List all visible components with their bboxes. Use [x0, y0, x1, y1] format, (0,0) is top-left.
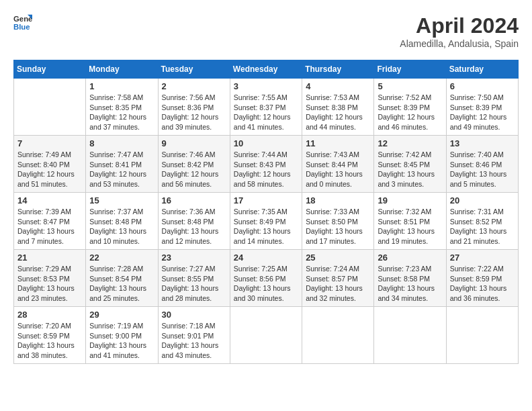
day-info: Sunrise: 7:49 AM Sunset: 8:40 PM Dayligh… [17, 150, 82, 189]
calendar-week-row: 1Sunrise: 7:58 AM Sunset: 8:35 PM Daylig… [14, 79, 519, 136]
day-number: 29 [89, 310, 154, 320]
calendar-cell [446, 307, 518, 364]
day-number: 24 [234, 253, 298, 263]
day-info: Sunrise: 7:39 AM Sunset: 8:47 PM Dayligh… [17, 207, 82, 246]
logo-icon: General Blue [13, 13, 32, 32]
svg-text:Blue: Blue [13, 23, 30, 31]
day-number: 3 [234, 81, 298, 91]
day-info: Sunrise: 7:29 AM Sunset: 8:53 PM Dayligh… [17, 264, 82, 304]
day-info: Sunrise: 7:28 AM Sunset: 8:54 PM Dayligh… [89, 264, 154, 304]
day-info: Sunrise: 7:44 AM Sunset: 8:43 PM Dayligh… [234, 150, 298, 189]
day-number: 27 [450, 253, 515, 263]
day-number: 22 [89, 253, 154, 263]
day-number: 18 [306, 195, 370, 205]
day-number: 17 [234, 195, 298, 205]
day-info: Sunrise: 7:32 AM Sunset: 8:51 PM Dayligh… [378, 207, 442, 246]
day-number: 9 [162, 138, 226, 148]
calendar-cell: 29Sunrise: 7:19 AM Sunset: 9:00 PM Dayli… [86, 307, 158, 364]
calendar-cell: 2Sunrise: 7:56 AM Sunset: 8:36 PM Daylig… [158, 79, 230, 136]
calendar-cell: 26Sunrise: 7:23 AM Sunset: 8:58 PM Dayli… [374, 250, 446, 307]
calendar-cell: 23Sunrise: 7:27 AM Sunset: 8:55 PM Dayli… [158, 250, 230, 307]
month-title: April 2024 [400, 13, 519, 38]
calendar-cell [374, 307, 446, 364]
calendar-week-row: 14Sunrise: 7:39 AM Sunset: 8:47 PM Dayli… [14, 193, 519, 250]
calendar-cell: 7Sunrise: 7:49 AM Sunset: 8:40 PM Daylig… [14, 136, 86, 193]
day-number: 16 [162, 195, 226, 205]
day-of-week-header: Friday [374, 60, 446, 79]
day-number: 2 [162, 81, 226, 91]
day-number: 28 [17, 310, 82, 320]
day-number: 8 [89, 138, 154, 148]
calendar-cell: 22Sunrise: 7:28 AM Sunset: 8:54 PM Dayli… [86, 250, 158, 307]
calendar-cell [302, 307, 374, 364]
calendar-cell: 8Sunrise: 7:47 AM Sunset: 8:41 PM Daylig… [86, 136, 158, 193]
calendar-week-row: 28Sunrise: 7:20 AM Sunset: 8:59 PM Dayli… [14, 307, 519, 364]
day-info: Sunrise: 7:24 AM Sunset: 8:57 PM Dayligh… [306, 264, 370, 304]
calendar-cell: 17Sunrise: 7:35 AM Sunset: 8:49 PM Dayli… [230, 193, 302, 250]
day-of-week-header: Wednesday [230, 60, 302, 79]
day-info: Sunrise: 7:53 AM Sunset: 8:38 PM Dayligh… [306, 93, 370, 132]
day-of-week-header: Saturday [446, 60, 518, 79]
calendar-cell: 12Sunrise: 7:42 AM Sunset: 8:45 PM Dayli… [374, 136, 446, 193]
day-number: 19 [378, 195, 442, 205]
day-number: 7 [17, 138, 82, 148]
day-info: Sunrise: 7:25 AM Sunset: 8:56 PM Dayligh… [234, 264, 298, 304]
calendar-cell: 11Sunrise: 7:43 AM Sunset: 8:44 PM Dayli… [302, 136, 374, 193]
day-number: 15 [89, 195, 154, 205]
calendar-cell [230, 307, 302, 364]
calendar-cell: 15Sunrise: 7:37 AM Sunset: 8:48 PM Dayli… [86, 193, 158, 250]
day-info: Sunrise: 7:23 AM Sunset: 8:58 PM Dayligh… [378, 264, 442, 304]
calendar-week-row: 21Sunrise: 7:29 AM Sunset: 8:53 PM Dayli… [14, 250, 519, 307]
calendar-header-row: SundayMondayTuesdayWednesdayThursdayFrid… [14, 60, 519, 79]
day-of-week-header: Tuesday [158, 60, 230, 79]
calendar-cell: 14Sunrise: 7:39 AM Sunset: 8:47 PM Dayli… [14, 193, 86, 250]
calendar-cell: 25Sunrise: 7:24 AM Sunset: 8:57 PM Dayli… [302, 250, 374, 307]
day-info: Sunrise: 7:35 AM Sunset: 8:49 PM Dayligh… [234, 207, 298, 246]
day-of-week-header: Sunday [14, 60, 86, 79]
page-header: General Blue April 2024 Alamedilla, Anda… [13, 13, 519, 49]
day-number: 21 [17, 253, 82, 263]
calendar-cell: 4Sunrise: 7:53 AM Sunset: 8:38 PM Daylig… [302, 79, 374, 136]
calendar-cell: 9Sunrise: 7:46 AM Sunset: 8:42 PM Daylig… [158, 136, 230, 193]
day-info: Sunrise: 7:19 AM Sunset: 9:00 PM Dayligh… [89, 321, 154, 361]
day-info: Sunrise: 7:22 AM Sunset: 8:59 PM Dayligh… [450, 264, 515, 304]
day-number: 20 [450, 195, 515, 205]
day-info: Sunrise: 7:36 AM Sunset: 8:48 PM Dayligh… [162, 207, 226, 246]
calendar-cell: 3Sunrise: 7:55 AM Sunset: 8:37 PM Daylig… [230, 79, 302, 136]
day-info: Sunrise: 7:33 AM Sunset: 8:50 PM Dayligh… [306, 207, 370, 246]
calendar-cell: 6Sunrise: 7:50 AM Sunset: 8:39 PM Daylig… [446, 79, 518, 136]
day-info: Sunrise: 7:55 AM Sunset: 8:37 PM Dayligh… [234, 93, 298, 132]
logo: General Blue [13, 13, 32, 32]
calendar-cell [14, 79, 86, 136]
day-number: 6 [450, 81, 515, 91]
day-number: 13 [450, 138, 515, 148]
calendar-cell: 19Sunrise: 7:32 AM Sunset: 8:51 PM Dayli… [374, 193, 446, 250]
title-block: April 2024 Alamedilla, Andalusia, Spain [400, 13, 519, 49]
day-info: Sunrise: 7:47 AM Sunset: 8:41 PM Dayligh… [89, 150, 154, 189]
calendar-cell: 16Sunrise: 7:36 AM Sunset: 8:48 PM Dayli… [158, 193, 230, 250]
day-number: 1 [89, 81, 154, 91]
day-number: 4 [306, 81, 370, 91]
day-number: 12 [378, 138, 442, 148]
day-number: 10 [234, 138, 298, 148]
day-info: Sunrise: 7:40 AM Sunset: 8:46 PM Dayligh… [450, 150, 515, 189]
calendar-cell: 13Sunrise: 7:40 AM Sunset: 8:46 PM Dayli… [446, 136, 518, 193]
day-number: 5 [378, 81, 442, 91]
day-info: Sunrise: 7:43 AM Sunset: 8:44 PM Dayligh… [306, 150, 370, 189]
day-info: Sunrise: 7:37 AM Sunset: 8:48 PM Dayligh… [89, 207, 154, 246]
calendar-body: 1Sunrise: 7:58 AM Sunset: 8:35 PM Daylig… [14, 79, 519, 364]
calendar-cell: 18Sunrise: 7:33 AM Sunset: 8:50 PM Dayli… [302, 193, 374, 250]
day-of-week-header: Thursday [302, 60, 374, 79]
day-info: Sunrise: 7:31 AM Sunset: 8:52 PM Dayligh… [450, 207, 515, 246]
calendar-cell: 20Sunrise: 7:31 AM Sunset: 8:52 PM Dayli… [446, 193, 518, 250]
calendar-week-row: 7Sunrise: 7:49 AM Sunset: 8:40 PM Daylig… [14, 136, 519, 193]
calendar-cell: 1Sunrise: 7:58 AM Sunset: 8:35 PM Daylig… [86, 79, 158, 136]
day-info: Sunrise: 7:52 AM Sunset: 8:39 PM Dayligh… [378, 93, 442, 132]
location: Alamedilla, Andalusia, Spain [400, 38, 519, 49]
day-info: Sunrise: 7:20 AM Sunset: 8:59 PM Dayligh… [17, 321, 82, 361]
day-number: 14 [17, 195, 82, 205]
day-number: 25 [306, 253, 370, 263]
day-info: Sunrise: 7:18 AM Sunset: 9:01 PM Dayligh… [162, 321, 226, 361]
day-info: Sunrise: 7:46 AM Sunset: 8:42 PM Dayligh… [162, 150, 226, 189]
day-info: Sunrise: 7:27 AM Sunset: 8:55 PM Dayligh… [162, 264, 226, 304]
